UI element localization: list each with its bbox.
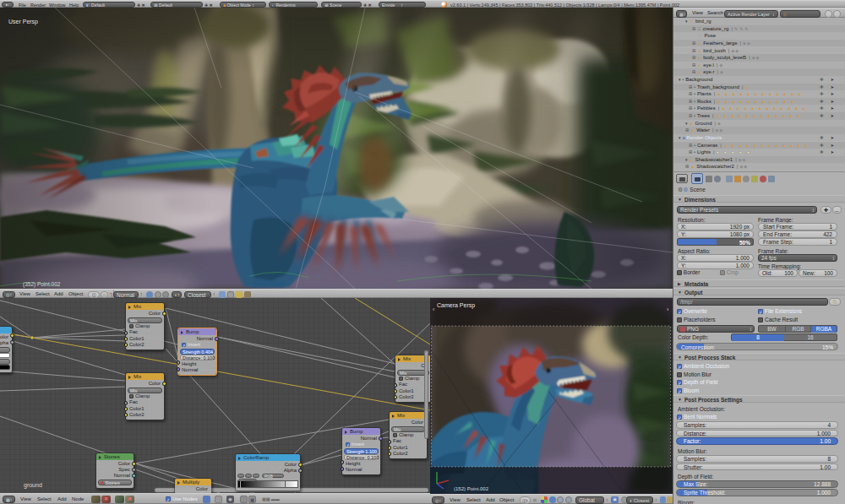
svg-text:User Persp: User Persp <box>8 19 38 25</box>
svg-text:(352) Point.002: (352) Point.002 <box>23 281 61 288</box>
svg-text:Camera Persp: Camera Persp <box>437 302 475 309</box>
svg-text:(152) Point.002: (152) Point.002 <box>454 486 489 491</box>
